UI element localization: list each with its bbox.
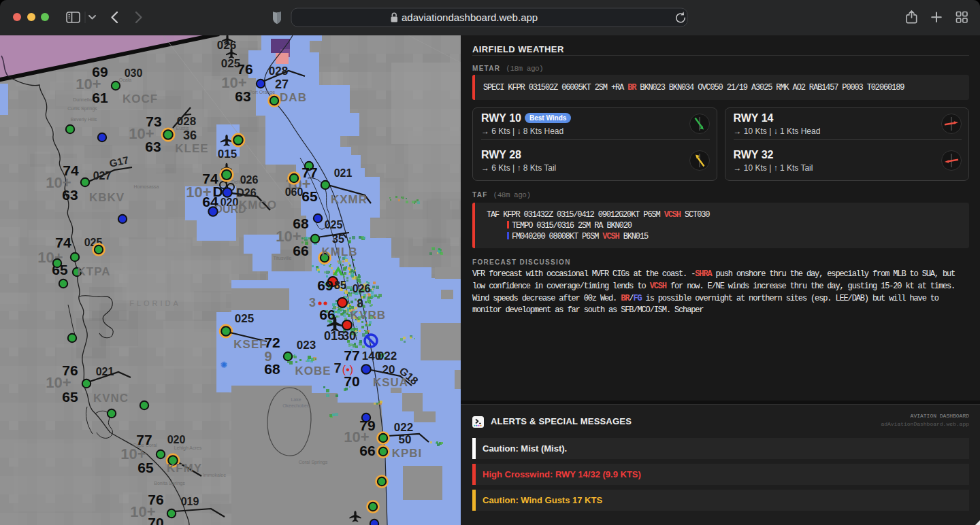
svg-text:015: 015 — [324, 329, 344, 343]
svg-text:35: 35 — [332, 233, 344, 245]
svg-text:015: 015 — [218, 148, 237, 160]
svg-text:030: 030 — [125, 67, 143, 79]
svg-text:63: 63 — [235, 88, 250, 104]
svg-text:KXMR: KXMR — [331, 193, 368, 206]
svg-text:026: 026 — [353, 283, 371, 294]
svg-text:Titusville: Titusville — [274, 256, 292, 260]
svg-text:025: 025 — [235, 312, 254, 325]
svg-text:KBKV: KBKV — [89, 191, 125, 204]
svg-text:65: 65 — [137, 460, 154, 475]
svg-text:060: 060 — [285, 186, 304, 198]
svg-text:66: 66 — [359, 443, 375, 458]
svg-text:028: 028 — [177, 115, 196, 128]
svg-text:61: 61 — [92, 90, 108, 105]
svg-text:65: 65 — [62, 389, 78, 405]
svg-text:KPBI: KPBI — [392, 447, 423, 460]
svg-text:KOCF: KOCF — [122, 92, 158, 105]
svg-text:022: 022 — [378, 350, 397, 362]
svg-text:70: 70 — [148, 515, 163, 525]
svg-text:KFMY: KFMY — [167, 462, 202, 475]
svg-text:KSEF: KSEF — [233, 338, 267, 351]
svg-text:KSUA: KSUA — [373, 376, 408, 389]
svg-text:KVRB: KVRB — [350, 309, 386, 322]
svg-text:Curlis Springs: Curlis Springs — [67, 106, 97, 112]
svg-text:022: 022 — [394, 421, 413, 434]
svg-text:Immokalee: Immokalee — [203, 473, 226, 477]
svg-text:028: 028 — [269, 65, 288, 78]
svg-text:✺: ✺ — [220, 360, 228, 370]
svg-text:FLORIDA: FLORIDA — [129, 299, 181, 307]
svg-text:KOBE: KOBE — [295, 365, 331, 377]
svg-text:KMCO: KMCO — [239, 199, 277, 211]
svg-text:8: 8 — [357, 298, 363, 309]
svg-text:KMLB: KMLB — [321, 245, 357, 258]
svg-text:20: 20 — [382, 363, 395, 376]
svg-text:025: 025 — [325, 219, 343, 231]
svg-text:021: 021 — [334, 167, 353, 179]
svg-text:019: 019 — [181, 496, 199, 507]
svg-text:KLEE: KLEE — [175, 142, 208, 155]
svg-text:50: 50 — [399, 433, 412, 446]
svg-text:026: 026 — [240, 174, 259, 186]
svg-text:Port Orange: Port Orange — [249, 90, 275, 95]
svg-text:Dunnellon: Dunnellon — [73, 97, 95, 102]
svg-text:020: 020 — [167, 434, 186, 445]
svg-text:027: 027 — [93, 170, 112, 182]
svg-text:DAB: DAB — [280, 91, 307, 104]
svg-text:Bonita Springs: Bonita Springs — [154, 481, 185, 486]
svg-text:85: 85 — [334, 280, 346, 291]
svg-text:30: 30 — [342, 329, 356, 343]
svg-text:36: 36 — [183, 129, 197, 142]
svg-text:74: 74 — [55, 235, 71, 250]
svg-text:3: 3 — [309, 296, 316, 309]
svg-text:023: 023 — [297, 339, 316, 352]
svg-text:021: 021 — [96, 366, 114, 377]
svg-text:Lake: Lake — [291, 397, 301, 402]
svg-text:69: 69 — [317, 277, 333, 293]
svg-text:65: 65 — [301, 188, 318, 204]
svg-text:Okeechobee: Okeechobee — [282, 403, 310, 408]
svg-text:Coral Springs: Coral Springs — [299, 460, 328, 465]
svg-text:27: 27 — [275, 78, 289, 91]
svg-text:Homosassa: Homosassa — [134, 184, 159, 189]
svg-text:7: 7 — [333, 360, 341, 375]
svg-text:Beverly Hills: Beverly Hills — [71, 117, 97, 122]
svg-text:66: 66 — [319, 307, 335, 322]
svg-text:KTPA: KTPA — [77, 265, 110, 278]
svg-text:Lehigh Acres: Lehigh Acres — [174, 445, 202, 451]
svg-text:D26: D26 — [236, 187, 256, 199]
svg-text:66: 66 — [293, 243, 308, 258]
svg-text:70: 70 — [344, 373, 359, 389]
svg-text:KVNC: KVNC — [93, 392, 129, 405]
svg-text:63: 63 — [62, 187, 78, 203]
svg-text:63: 63 — [145, 139, 161, 154]
svg-text:68: 68 — [264, 361, 280, 377]
svg-text:026: 026 — [217, 39, 236, 52]
svg-text:72: 72 — [264, 335, 280, 350]
svg-text:77: 77 — [344, 348, 359, 363]
